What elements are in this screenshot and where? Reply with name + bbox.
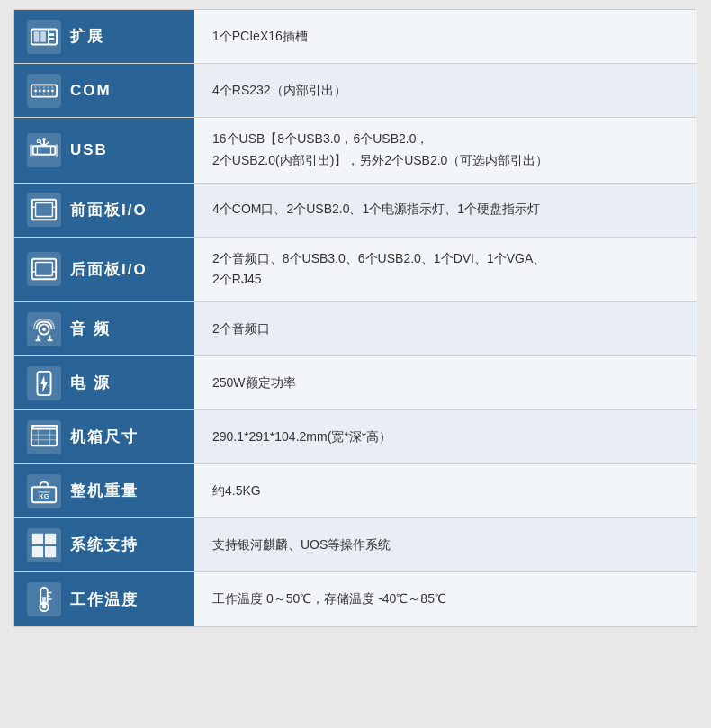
label-text-power: 电 源 <box>70 373 111 393</box>
svg-point-19 <box>43 93 45 94</box>
temp-icon <box>27 582 61 616</box>
specs-table: 扩展1个PCIeX16插槽 COM4个RS232（内部引出） USB16个USB… <box>14 9 698 627</box>
svg-point-21 <box>51 93 53 94</box>
label-text-temp: 工作温度 <box>70 589 139 610</box>
svg-text:KG: KG <box>39 491 49 499</box>
value-cell-chassis: 290.1*291*104.2mm(宽*深*高） <box>194 410 697 463</box>
row-chassis: 机箱尺寸290.1*291*104.2mm(宽*深*高） <box>14 410 697 464</box>
value-cell-power: 250W额定功率 <box>194 356 697 409</box>
label-cell-com: COM <box>14 64 194 117</box>
svg-rect-4 <box>50 33 55 36</box>
svg-point-10 <box>47 89 50 92</box>
front-panel-icon <box>27 193 61 227</box>
rear-panel-icon <box>27 252 61 286</box>
svg-point-20 <box>48 93 50 94</box>
svg-point-42 <box>42 328 46 331</box>
com-icon <box>27 74 61 108</box>
label-cell-chassis: 机箱尺寸 <box>14 410 194 463</box>
value-cell-com: 4个RS232（内部引出） <box>194 64 697 117</box>
svg-point-15 <box>48 86 50 88</box>
label-cell-expand: 扩展 <box>14 10 194 63</box>
audio-icon <box>27 312 61 346</box>
svg-point-14 <box>43 86 45 88</box>
svg-rect-34 <box>36 203 53 217</box>
svg-rect-62 <box>32 534 43 544</box>
row-weight: KG 整机重量约4.5KG <box>14 464 697 518</box>
svg-point-8 <box>39 89 41 92</box>
value-cell-rear-panel: 2个音频口、8个USB3.0、6个USB2.0、1个DVI、1个VGA、2个RJ… <box>194 238 697 302</box>
label-text-audio: 音 频 <box>70 319 111 339</box>
label-cell-power: 电 源 <box>14 356 194 409</box>
label-cell-audio: 音 频 <box>14 302 194 355</box>
svg-rect-26 <box>55 144 58 156</box>
svg-point-18 <box>39 93 40 94</box>
label-cell-rear-panel: 后面板I/O <box>14 238 194 302</box>
svg-point-11 <box>51 89 54 92</box>
svg-rect-64 <box>32 546 43 557</box>
label-text-weight: 整机重量 <box>70 481 139 501</box>
svg-point-7 <box>34 89 37 92</box>
svg-rect-2 <box>40 31 46 41</box>
label-cell-os: 系统支持 <box>14 518 194 571</box>
value-cell-audio: 2个音频口 <box>194 302 697 355</box>
label-text-com: COM <box>70 82 112 100</box>
svg-rect-22 <box>33 146 55 154</box>
svg-point-69 <box>42 605 47 609</box>
svg-marker-48 <box>40 375 48 392</box>
value-cell-usb: 16个USB【8个USB3.0，6个USB2.0，2个USB2.0(内部引出)】… <box>194 118 697 183</box>
value-cell-temp: 工作温度 0～50℃，存储温度 -40℃～85℃ <box>194 572 697 626</box>
value-cell-expand: 1个PCIeX16插槽 <box>194 10 697 63</box>
svg-point-9 <box>43 89 46 92</box>
svg-rect-65 <box>45 546 56 557</box>
row-front-panel: 前面板I/O4个COM口、2个USB2.0、1个电源指示灯、1个硬盘指示灯 <box>14 184 697 238</box>
label-text-os: 系统支持 <box>70 535 139 555</box>
usb-icon <box>27 133 61 167</box>
label-text-usb: USB <box>70 141 108 159</box>
row-temp: 工作温度工作温度 0～50℃，存储温度 -40℃～85℃ <box>14 572 697 626</box>
svg-point-28 <box>42 138 46 141</box>
row-usb: USB16个USB【8个USB3.0，6个USB2.0，2个USB2.0(内部引… <box>14 118 697 184</box>
weight-icon: KG <box>27 474 61 508</box>
label-cell-usb: USB <box>14 118 194 183</box>
os-icon <box>27 528 61 562</box>
row-expand: 扩展1个PCIeX16插槽 <box>14 10 697 64</box>
label-cell-front-panel: 前面板I/O <box>14 184 194 237</box>
label-text-expand: 扩展 <box>70 26 104 47</box>
row-rear-panel: 后面板I/O2个音频口、8个USB3.0、6个USB2.0、1个DVI、1个VG… <box>14 238 697 303</box>
label-cell-weight: KG 整机重量 <box>14 464 194 517</box>
svg-rect-31 <box>37 140 40 143</box>
value-cell-front-panel: 4个COM口、2个USB2.0、1个电源指示灯、1个硬盘指示灯 <box>194 184 697 237</box>
label-text-chassis: 机箱尺寸 <box>70 427 139 447</box>
svg-point-12 <box>35 86 37 88</box>
svg-rect-1 <box>34 31 40 41</box>
svg-rect-38 <box>36 263 53 276</box>
svg-rect-5 <box>50 37 55 40</box>
row-power: 电 源250W额定功率 <box>14 356 697 410</box>
label-cell-temp: 工作温度 <box>14 572 194 626</box>
row-os: 系统支持支持银河麒麟、UOS等操作系统 <box>14 518 697 572</box>
label-text-rear-panel: 后面板I/O <box>70 259 148 280</box>
svg-point-17 <box>35 93 37 94</box>
label-text-front-panel: 前面板I/O <box>70 200 148 220</box>
svg-rect-25 <box>30 144 33 156</box>
row-com: COM4个RS232（内部引出） <box>14 64 697 118</box>
row-audio: 音 频2个音频口 <box>14 302 697 356</box>
svg-point-13 <box>39 86 40 88</box>
value-cell-weight: 约4.5KG <box>194 464 697 517</box>
svg-rect-63 <box>45 534 56 544</box>
expand-icon <box>27 20 61 54</box>
svg-rect-49 <box>32 428 57 445</box>
chassis-icon <box>27 420 61 454</box>
power-icon <box>27 366 61 400</box>
value-cell-os: 支持银河麒麟、UOS等操作系统 <box>194 518 697 571</box>
svg-point-16 <box>51 86 53 88</box>
